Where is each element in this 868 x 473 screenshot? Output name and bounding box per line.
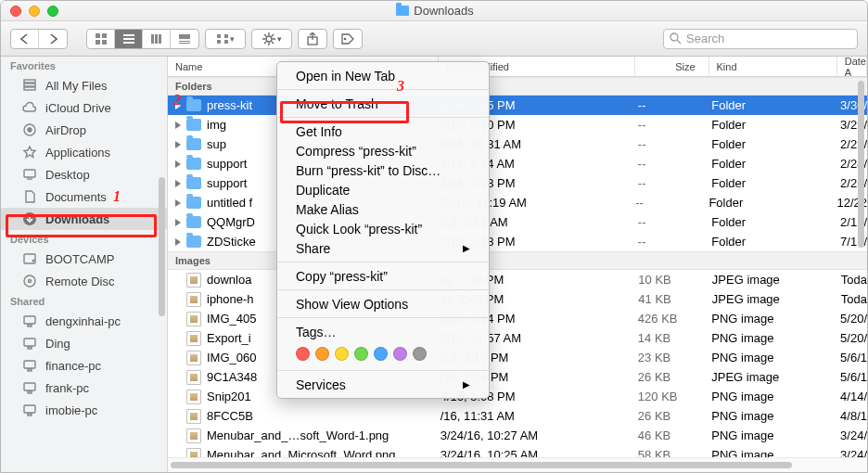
menu-item[interactable]: Duplicate [277, 180, 489, 199]
table-row[interactable]: QQMgrD/15, 9:13 AM--Folder2/12/ [168, 212, 867, 232]
sidebar-item-airdrop[interactable]: AirDrop [1, 119, 167, 141]
horizontal-scrollbar[interactable] [168, 457, 867, 472]
sidebar-item-downloads[interactable]: Downloads [1, 208, 167, 230]
file-kind: JPEG image [712, 273, 841, 287]
disclosure-triangle-icon[interactable] [175, 180, 181, 187]
file-kind: JPEG image [712, 292, 841, 306]
tag-dot[interactable] [374, 347, 388, 361]
table-row[interactable]: downloaay, 2:43 PM10 KBJPEG imageToda [168, 270, 867, 289]
table-row[interactable]: img9/16, 5:50 PM--Folder3/29/ [168, 115, 867, 134]
file-name: IMG_060 [207, 351, 256, 364]
table-row[interactable]: Snip2014/16, 5:08 PM120 KBPNG image4/14/ [168, 387, 867, 406]
menu-item[interactable]: Show View Options [277, 294, 489, 313]
menu-item[interactable]: Move to Trash [277, 94, 489, 113]
pc-icon [21, 402, 38, 418]
menu-item-label: Share [296, 241, 330, 256]
disclosure-triangle-icon[interactable] [175, 199, 181, 207]
file-size: -- [635, 196, 708, 210]
menu-item[interactable]: Services▶ [277, 375, 489, 394]
table-row[interactable]: Menubar_and_…soft_Word-1.png3/24/16, 10:… [168, 426, 867, 445]
minimize-button[interactable] [29, 6, 40, 17]
sidebar-item-icloud-drive[interactable]: iCloud Drive [1, 96, 167, 119]
menu-item[interactable]: Open in New Tab [277, 66, 489, 85]
menu-item[interactable]: Copy “press-kit” [277, 266, 489, 286]
table-row[interactable]: 9C1A348/16, 1:38 PM26 KBJPEG image5/6/1 [168, 367, 867, 387]
disclosure-triangle-icon[interactable] [175, 160, 181, 168]
menu-item[interactable]: Make Alias [277, 199, 489, 219]
tag-dot[interactable] [354, 347, 368, 361]
close-button[interactable] [10, 6, 21, 17]
arrange-button[interactable]: ▾ [206, 30, 245, 48]
menu-item[interactable]: Compress “press-kit” [277, 141, 489, 160]
svg-rect-31 [24, 80, 35, 83]
col-date-added[interactable]: Date A [837, 57, 867, 76]
table-row[interactable]: iphone-hay, 2:43 PM41 KBJPEG imageToda [168, 289, 867, 309]
disclosure-triangle-icon[interactable] [175, 141, 181, 148]
table-row[interactable]: 8FCC5B/16, 11:31 AM26 KBPNG image4/8/1 [168, 406, 867, 426]
col-size[interactable]: Size [635, 57, 708, 76]
file-date-added: 3/24/ [840, 428, 867, 442]
tag-dot[interactable] [335, 347, 349, 361]
menu-item[interactable]: Burn “press-kit” to Disc… [277, 160, 489, 180]
sidebar-item-label: Downloads [45, 212, 109, 226]
menu-item[interactable]: Quick Look “press-kit” [277, 219, 489, 238]
search-field[interactable]: Search [663, 29, 858, 49]
view-coverflow-button[interactable] [171, 30, 198, 48]
svg-rect-43 [24, 316, 35, 324]
back-button[interactable] [11, 30, 39, 48]
menu-item-label: Move to Trash [296, 96, 378, 111]
tags-button[interactable] [334, 30, 362, 48]
menu-item[interactable]: Get Info [277, 121, 489, 141]
disclosure-triangle-icon[interactable] [175, 102, 181, 109]
view-column-button[interactable] [143, 30, 171, 48]
tag-dot[interactable] [413, 347, 427, 361]
table-row[interactable]: sup9/16, 10:31 AM--Folder2/29/ [168, 134, 867, 154]
view-switcher [86, 29, 199, 49]
sidebar-scrollbar[interactable] [159, 177, 165, 316]
sidebar-item-desktop[interactable]: Desktop [1, 163, 167, 185]
table-row[interactable]: support4/16, 6:03 PM--Folder2/26/ [168, 173, 867, 193]
share-icon [307, 32, 318, 45]
forward-button[interactable] [39, 30, 67, 48]
table-row[interactable]: ZDSticke7/13, 5:38 PM--Folder7/17/ [168, 232, 867, 251]
sidebar-item-applications[interactable]: Applications [1, 141, 167, 163]
sidebar-item-dengxinhai-pc[interactable]: dengxinhai-pc [1, 310, 167, 332]
sidebar-item-imobie-pc[interactable]: imobie-pc [1, 399, 167, 421]
disclosure-triangle-icon[interactable] [175, 219, 181, 226]
share-button[interactable] [299, 30, 326, 48]
maximize-button[interactable] [47, 6, 58, 17]
menu-item-label: Compress “press-kit” [296, 144, 416, 159]
sidebar-item-remote-disc[interactable]: Remote Disc [1, 270, 167, 292]
table-row[interactable]: IMG_060/16, 3:10 PM23 KBPNG image5/6/1 [168, 348, 867, 367]
disclosure-triangle-icon[interactable] [175, 238, 181, 246]
sidebar-item-finance-pc[interactable]: finance-pc [1, 354, 167, 377]
tag-dot[interactable] [315, 347, 329, 361]
sidebar-item-all-my-files[interactable]: All My Files [1, 74, 167, 96]
table-row[interactable]: untitled f22/15, 11:19 AM--Folder12/22 [168, 193, 867, 212]
menu-item[interactable]: Tags… [277, 322, 489, 341]
table-row[interactable]: IMG_4050/16, 5:04 PM426 KBPNG image5/20/ [168, 309, 867, 328]
col-kind[interactable]: Kind [709, 57, 837, 76]
file-size: 46 KB [638, 428, 711, 442]
sidebar-item-bootcamp[interactable]: BOOTCAMP [1, 248, 167, 270]
folder-icon [186, 99, 201, 111]
table-row[interactable]: Export_i0/16, 11:57 AM14 KBPNG image5/20… [168, 328, 867, 348]
sidebar-item-frank-pc[interactable]: frank-pc [1, 377, 167, 399]
sidebar-item-ding[interactable]: Ding [1, 332, 167, 354]
view-list-button[interactable] [115, 30, 143, 48]
menu-item[interactable]: Share▶ [277, 238, 489, 258]
menu-item-label: Make Alias [296, 202, 359, 217]
table-row[interactable]: support4/16, 9:54 AM--Folder2/24/ [168, 154, 867, 173]
view-icon-button[interactable] [87, 30, 115, 48]
sidebar-item-documents[interactable]: Documents [1, 185, 167, 208]
folder-icon [186, 197, 201, 209]
svg-rect-8 [155, 34, 158, 44]
table-row[interactable]: Menubar_and_Microsoft_Word.png3/24/16, 1… [168, 445, 867, 457]
action-button[interactable]: ▾ [252, 30, 291, 48]
table-row[interactable]: press-kit0/16, 2:25 PM--Folder3/30/ [168, 96, 867, 115]
image-icon [186, 370, 201, 385]
tag-dot[interactable] [296, 347, 310, 361]
tag-dot[interactable] [393, 347, 407, 361]
disclosure-triangle-icon[interactable] [175, 121, 181, 129]
content-scrollbar[interactable] [858, 81, 864, 248]
